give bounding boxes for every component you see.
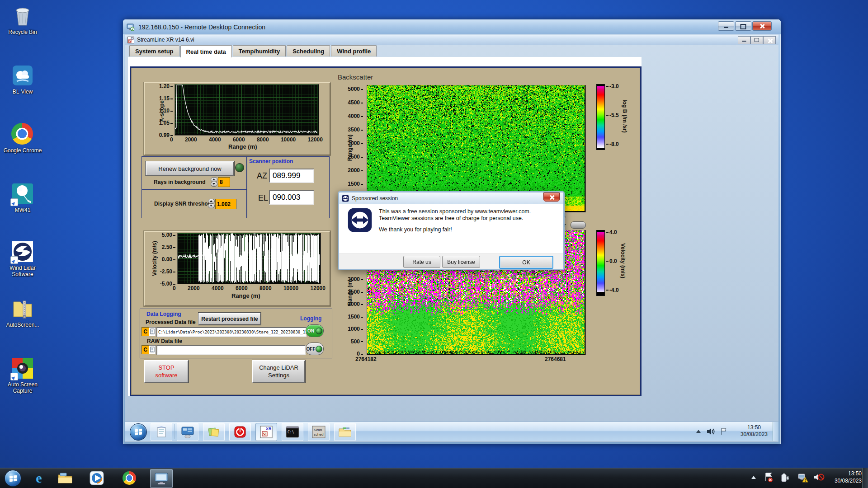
minimize-button[interactable] bbox=[718, 21, 734, 31]
rays-spinner[interactable] bbox=[211, 177, 217, 186]
processed-path-field[interactable]: C:\Lidar\Data\Proc\2023\202308\20230830\… bbox=[156, 327, 307, 337]
tab-strip: System setup Real time data Temp/humidit… bbox=[129, 45, 377, 57]
tab-wind-profile[interactable]: Wind profile bbox=[331, 45, 377, 56]
snr-value[interactable]: 1.002 bbox=[215, 199, 236, 209]
taskbar-command-prompt-button[interactable]: C:\_ bbox=[282, 423, 303, 441]
desktop-icon-label: AutoScreen... bbox=[2, 322, 43, 328]
az-value-field[interactable]: 089.999 bbox=[269, 169, 314, 183]
ascope-plot-panel: A-scope 1.20 1.15 1.10 1.05 0.99 0 bbox=[144, 82, 330, 155]
taskbar-rdp-button[interactable] bbox=[150, 469, 173, 488]
taskbar-explorer-button[interactable] bbox=[54, 469, 76, 487]
desktop-icon-google-chrome[interactable]: Google Chrome bbox=[2, 123, 43, 154]
colorbar-cap bbox=[597, 230, 604, 232]
taskbar-chrome-button[interactable] bbox=[118, 469, 140, 487]
clock[interactable]: 13:50 30/08/2023 bbox=[835, 470, 862, 484]
taskbar-display-settings-button[interactable] bbox=[177, 423, 198, 441]
desktop-icon-autoscreen-zip[interactable]: AutoScreen... bbox=[2, 297, 43, 328]
action-center-flag-icon[interactable] bbox=[720, 427, 728, 436]
app-minimize-button[interactable] bbox=[738, 36, 750, 44]
teamviewer-icon bbox=[342, 195, 349, 202]
renew-background-button[interactable]: Renew background now bbox=[146, 161, 234, 176]
ok-button[interactable]: OK bbox=[499, 256, 553, 269]
notepad-icon bbox=[155, 426, 168, 438]
path-browse-icon[interactable] bbox=[149, 327, 156, 336]
ytick: 4500 bbox=[348, 99, 363, 106]
taskbar-shutdown-button[interactable] bbox=[229, 423, 251, 441]
desktop-icon-bl-view[interactable]: BL-View bbox=[2, 64, 43, 95]
bmap-colorbar-label: log B (/m /sr) bbox=[622, 99, 628, 132]
snr-label: Display SNR threshold bbox=[154, 201, 212, 207]
ytick: 2000 bbox=[348, 167, 363, 174]
processed-drive-letter[interactable]: C bbox=[142, 327, 149, 336]
tab-real-time-data[interactable]: Real time data bbox=[180, 45, 232, 57]
raw-path-field[interactable] bbox=[156, 345, 306, 355]
desktop-icon-recycle-bin[interactable]: Recycle Bin bbox=[2, 5, 43, 35]
xtick: 6000 bbox=[236, 285, 248, 291]
taskbar-folder-button[interactable] bbox=[334, 423, 356, 441]
volume-muted-icon[interactable] bbox=[814, 473, 825, 482]
processed-logging-toggle[interactable]: ON bbox=[306, 324, 324, 337]
volume-icon[interactable] bbox=[706, 427, 715, 436]
raw-drive-letter[interactable]: C bbox=[142, 345, 149, 354]
taskbar-scan-scheduler-button[interactable]: Scansched bbox=[308, 423, 330, 441]
bl-view-icon bbox=[11, 64, 34, 87]
tray-expand-icon[interactable] bbox=[751, 476, 756, 479]
ytick: 0.00 bbox=[162, 256, 175, 263]
path-browse-icon[interactable] bbox=[149, 345, 156, 354]
app-restore-button[interactable] bbox=[750, 36, 763, 44]
dialog-footer: Rate us Buy license OK bbox=[339, 253, 563, 269]
vmap-start-number: 2764182 bbox=[355, 356, 377, 362]
show-desktop-button[interactable] bbox=[862, 468, 868, 488]
taskbar-sticky-notes-button[interactable] bbox=[203, 423, 225, 441]
desktop-icon-wind-lidar[interactable]: Wind Lidar Software bbox=[2, 240, 43, 277]
app-close-button[interactable] bbox=[763, 36, 776, 44]
remote-show-desktop-button[interactable] bbox=[773, 422, 778, 441]
tab-temp-humidity[interactable]: Temp/humidity bbox=[233, 45, 286, 56]
desktop-icon-label: MW41 bbox=[2, 207, 43, 213]
desktop-icon-mw41[interactable]: MW41 bbox=[2, 183, 43, 213]
tab-system-setup[interactable]: System setup bbox=[129, 45, 179, 56]
taskbar-notepad-button[interactable] bbox=[151, 423, 172, 441]
app-titlebar[interactable]: StreamLine XR v14-6.vi bbox=[125, 35, 778, 45]
el-value-field[interactable]: 090.003 bbox=[269, 190, 314, 205]
dialog-body: This was a free session sponsored by www… bbox=[339, 204, 563, 253]
dialog-titlebar[interactable]: Sponsored session bbox=[339, 192, 563, 204]
dialog-close-button[interactable] bbox=[543, 192, 560, 202]
rdp-titlebar[interactable]: 192.168.0.150 - Remote Desktop Connectio… bbox=[123, 19, 781, 34]
network-warning-icon[interactable] bbox=[797, 473, 808, 483]
close-icon bbox=[768, 38, 772, 42]
start-button[interactable] bbox=[5, 470, 21, 487]
tab-scheduling[interactable]: Scheduling bbox=[287, 45, 330, 56]
maximize-button[interactable] bbox=[735, 21, 751, 31]
remote-start-button[interactable] bbox=[130, 423, 147, 441]
spin-down-icon[interactable] bbox=[211, 182, 217, 187]
taskbar-internet-explorer-button[interactable]: e bbox=[28, 469, 50, 487]
close-button[interactable] bbox=[752, 21, 772, 31]
rays-value[interactable]: 8 bbox=[218, 177, 230, 187]
ytick: 1.15 bbox=[159, 95, 173, 102]
raw-logging-toggle[interactable]: OFF bbox=[306, 343, 324, 355]
xtick: 10000 bbox=[281, 136, 296, 143]
desktop-icon-auto-screen-capture[interactable]: Auto Screen Capture bbox=[2, 357, 43, 394]
remote-clock[interactable]: 13:50 30/08/2023 bbox=[741, 424, 768, 438]
gain-slider-knob[interactable] bbox=[571, 221, 586, 229]
taskbar-media-player-button[interactable] bbox=[86, 469, 108, 487]
zip-folder-icon bbox=[11, 297, 34, 320]
snr-spinner[interactable] bbox=[208, 199, 214, 208]
change-lidar-settings-button[interactable]: Change LiDAR Settings bbox=[252, 360, 305, 383]
taskbar-streamline-xr-button[interactable]: XR bbox=[255, 423, 277, 441]
action-center-flag-icon[interactable] bbox=[764, 473, 773, 483]
ascope-xlabel: Range (m) bbox=[228, 143, 257, 150]
restart-processed-button[interactable]: Restart processed file bbox=[198, 313, 261, 325]
buy-license-button[interactable]: Buy license bbox=[442, 256, 480, 268]
display-settings-icon bbox=[181, 426, 194, 438]
spin-down-icon[interactable] bbox=[208, 203, 215, 208]
power-plug-icon[interactable] bbox=[780, 473, 790, 483]
data-logging-title: Data Logging bbox=[146, 311, 181, 317]
rate-us-button[interactable]: Rate us bbox=[403, 256, 440, 268]
ytick: 5000 bbox=[348, 86, 363, 92]
background-led bbox=[235, 163, 244, 172]
tray-expand-icon[interactable] bbox=[696, 430, 701, 433]
ytick: 2500 bbox=[348, 154, 363, 160]
stop-software-button[interactable]: STOP software bbox=[144, 360, 189, 383]
